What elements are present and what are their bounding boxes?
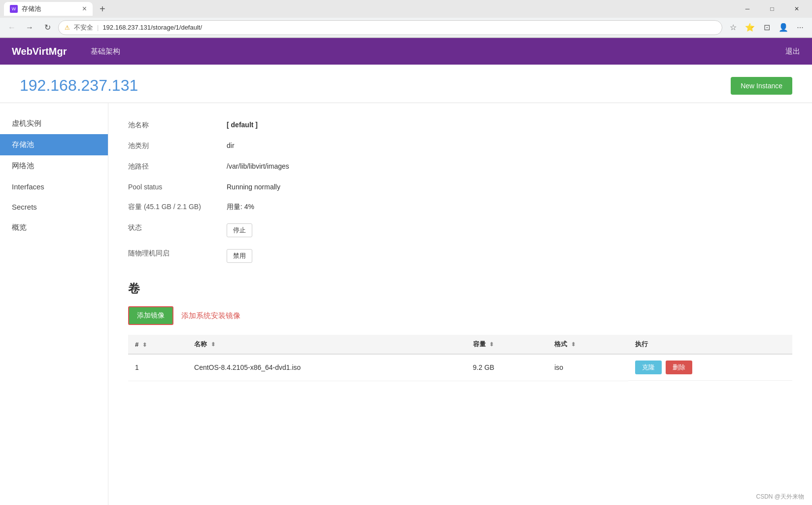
tab-close-btn[interactable]: ×	[82, 5, 87, 13]
volumes-section-title: 卷	[128, 281, 792, 296]
sort-icon-capacity[interactable]: ⬍	[489, 341, 494, 347]
new-tab-btn[interactable]: +	[95, 1, 110, 17]
capacity-label: 容量 (45.1 GB / 2.1 GB)	[128, 197, 227, 217]
maximize-btn[interactable]: □	[761, 2, 783, 16]
close-btn[interactable]: ✕	[785, 2, 808, 16]
volumes-table-head: # ⬍ 名称 ⬍ 容量 ⬍ 格式 ⬍	[128, 335, 792, 354]
pool-path-label: 池路径	[128, 156, 227, 177]
volumes-table: # ⬍ 名称 ⬍ 容量 ⬍ 格式 ⬍	[128, 335, 792, 381]
page-header: 192.168.237.131 New Instance	[0, 65, 812, 103]
minimize-btn[interactable]: ─	[736, 2, 759, 16]
window-controls: ─ □ ✕	[736, 2, 808, 16]
page-content: 虚机实例 存储池 网络池 Interfaces Secrets 概览 池名称	[0, 103, 812, 505]
volumes-table-body: 1 CentOS-8.4.2105-x86_64-dvd1.iso 9.2 GB…	[128, 354, 792, 381]
autostart-value: 禁用	[227, 243, 792, 269]
disable-btn[interactable]: 禁用	[227, 249, 252, 263]
new-instance-button[interactable]: New Instance	[731, 77, 792, 95]
tab-title: 存储池	[22, 4, 41, 13]
add-mirror-btn[interactable]: 添加镜像	[128, 306, 173, 325]
tab-favicon: W	[10, 5, 18, 13]
sidebar-item-storage-pool[interactable]: 存储池	[0, 134, 108, 155]
back-btn[interactable]: ←	[5, 21, 19, 35]
state-value: 停止	[227, 217, 792, 243]
app-body: 192.168.237.131 New Instance 虚机实例 存储池 网络…	[0, 65, 812, 505]
delete-btn[interactable]: 删除	[666, 361, 692, 374]
sidebar-item-secrets[interactable]: Secrets	[0, 197, 108, 217]
address-text[interactable]: 192.168.237.131/storage/1/default/	[102, 24, 716, 31]
security-icon: ⚠	[65, 24, 70, 31]
autostart-label: 随物理机同启	[128, 243, 227, 269]
more-icon[interactable]: ···	[793, 21, 807, 35]
sidebar-item-network-pool[interactable]: 网络池	[0, 155, 108, 177]
add-mirror-section: 添加镜像 添加系统安装镜像	[128, 306, 792, 325]
pool-name-label: 池名称	[128, 115, 227, 136]
col-name: 名称 ⬍	[187, 335, 466, 354]
table-row: 1 CentOS-8.4.2105-x86_64-dvd1.iso 9.2 GB…	[128, 354, 792, 381]
row-name: CentOS-8.4.2105-x86_64-dvd1.iso	[187, 354, 466, 381]
row-actions: 克隆 删除	[628, 355, 792, 381]
favorites-icon[interactable]: ☆	[726, 21, 740, 35]
sort-icon-num[interactable]: ⬍	[142, 342, 147, 348]
col-capacity: 容量 ⬍	[466, 335, 548, 354]
col-format: 格式 ⬍	[547, 335, 628, 354]
pool-type-value: dir	[227, 136, 792, 156]
page-title: 192.168.237.131	[20, 76, 138, 95]
app-header: WebVirtMgr 基础架构 退出	[0, 38, 812, 65]
add-mirror-link[interactable]: 添加系统安装镜像	[181, 311, 240, 321]
capacity-value: 用量: 4%	[227, 197, 792, 217]
profile-icon[interactable]: 👤	[777, 21, 790, 35]
security-label: 不安全	[74, 23, 93, 32]
nav-infrastructure[interactable]: 基础架构	[83, 43, 128, 60]
pool-status-label: Pool status	[128, 177, 227, 197]
sidebar-item-overview[interactable]: 概览	[0, 217, 108, 238]
app-brand: WebVirtMgr	[12, 46, 67, 57]
row-format: iso	[547, 354, 628, 381]
sort-icon-format[interactable]: ⬍	[571, 341, 575, 347]
browser-chrome: W 存储池 × + ─ □ ✕ ← → ↻ ⚠ 不安全 | 192.168.23…	[0, 0, 812, 38]
forward-btn[interactable]: →	[23, 21, 36, 35]
row-capacity: 9.2 GB	[466, 354, 548, 381]
separator: |	[97, 24, 99, 31]
pool-info-table: 池名称 [ default ] 池类别 dir 池路径 /var/lib/lib…	[128, 115, 792, 269]
sidebar-item-interfaces[interactable]: Interfaces	[0, 177, 108, 197]
browser-titlebar: W 存储池 × + ─ □ ✕	[0, 0, 812, 18]
logout-btn[interactable]: 退出	[785, 47, 800, 56]
sidebar: 虚机实例 存储池 网络池 Interfaces Secrets 概览	[0, 103, 108, 505]
pool-status-value: Running normally	[227, 177, 792, 197]
pool-type-label: 池类别	[128, 136, 227, 156]
col-actions: 执行	[628, 335, 792, 354]
tab-bar: W 存储池 × +	[4, 1, 732, 17]
browser-tab[interactable]: W 存储池 ×	[4, 2, 93, 16]
refresh-btn[interactable]: ↻	[40, 21, 54, 35]
table-header-row: # ⬍ 名称 ⬍ 容量 ⬍ 格式 ⬍	[128, 335, 792, 354]
footer-text: CSDN @天外来物	[756, 493, 804, 501]
address-bar[interactable]: ⚠ 不安全 | 192.168.237.131/storage/1/defaul…	[58, 20, 722, 35]
share-icon[interactable]: ⊡	[760, 21, 774, 35]
pool-path-value: /var/lib/libvirt/images	[227, 156, 792, 177]
sort-icon-name[interactable]: ⬍	[211, 341, 215, 347]
state-label: 状态	[128, 217, 227, 243]
browser-toolbar: ← → ↻ ⚠ 不安全 | 192.168.237.131/storage/1/…	[0, 18, 812, 37]
col-num: # ⬍	[128, 335, 187, 354]
toolbar-actions: ☆ ⭐ ⊡ 👤 ···	[726, 21, 807, 35]
clone-btn[interactable]: 克隆	[635, 361, 662, 374]
pool-name-value: [ default ]	[227, 115, 792, 136]
main-content: 池名称 [ default ] 池类别 dir 池路径 /var/lib/lib…	[108, 103, 812, 505]
stop-btn[interactable]: 停止	[227, 223, 252, 237]
sidebar-item-vm-instances[interactable]: 虚机实例	[0, 113, 108, 134]
collections-icon[interactable]: ⭐	[743, 21, 757, 35]
row-num: 1	[128, 354, 187, 381]
